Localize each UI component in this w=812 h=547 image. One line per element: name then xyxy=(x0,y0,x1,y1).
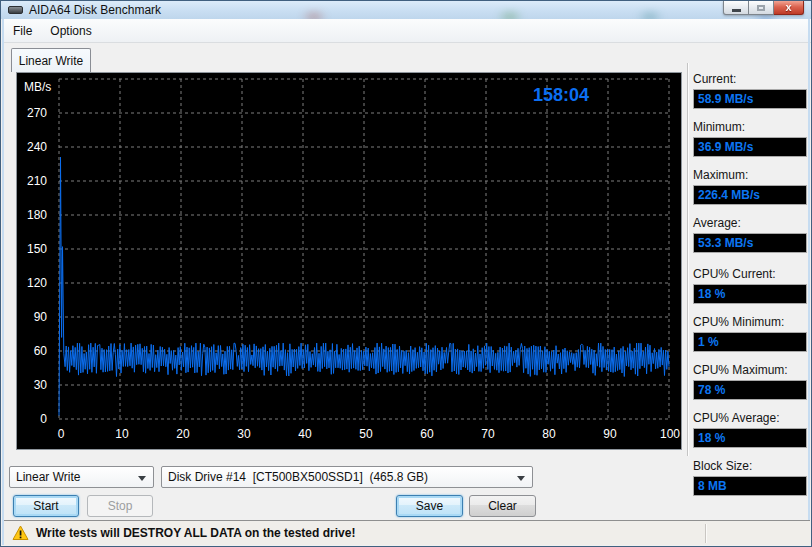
stat-label: Block Size: xyxy=(693,459,807,473)
y-tick-label: 90 xyxy=(34,310,48,324)
stat-value: 18 % xyxy=(693,284,807,304)
stat-field: Block Size:8 MB xyxy=(693,459,807,496)
stat-value: 226.4 MB/s xyxy=(693,185,807,205)
status-bar-separator xyxy=(705,524,707,543)
menu-options[interactable]: Options xyxy=(41,21,100,41)
stat-field: Current:58.9 MB/s xyxy=(693,72,807,109)
menu-file[interactable]: File xyxy=(4,21,41,41)
stats-sidebar: Current:58.9 MB/sMinimum:36.9 MB/sMaximu… xyxy=(693,72,807,507)
drive-select-value: Disk Drive #14 [CT500BX500SSD1] (465.8 G… xyxy=(168,470,428,484)
x-tick-label: 60 xyxy=(420,427,434,441)
y-tick-label: 180 xyxy=(27,208,47,222)
close-button[interactable]: x xyxy=(774,1,804,15)
stat-label: Average: xyxy=(693,216,807,230)
app-icon xyxy=(8,6,23,14)
y-tick-label: 30 xyxy=(34,378,48,392)
x-tick-label: 20 xyxy=(176,427,190,441)
status-bar: Write tests will DESTROY ALL DATA on the… xyxy=(4,520,810,545)
save-button[interactable]: Save xyxy=(396,495,463,517)
stat-value: 53.3 MB/s xyxy=(693,233,807,253)
x-tick-label: 80 xyxy=(542,427,556,441)
x-tick-label: 10 xyxy=(115,427,129,441)
y-tick-label: 120 xyxy=(27,276,47,290)
stat-label: Minimum: xyxy=(693,120,807,134)
x-tick-label: 70 xyxy=(481,427,495,441)
stat-value: 8 MB xyxy=(693,476,807,496)
tab-linear-write[interactable]: Linear Write xyxy=(11,48,91,72)
window-edge xyxy=(2,19,4,545)
x-tick-label: 50 xyxy=(359,427,373,441)
menu-bar: File Options xyxy=(2,19,812,43)
stat-label: CPU% Minimum: xyxy=(693,315,807,329)
start-button[interactable]: Start xyxy=(13,495,79,517)
stat-label: CPU% Maximum: xyxy=(693,363,807,377)
panel-divider xyxy=(687,63,689,456)
benchmark-chart-panel: MB/s270240210180150120906030001020304050… xyxy=(16,72,682,450)
stat-field: Minimum:36.9 MB/s xyxy=(693,120,807,157)
status-warning-text: Write tests will DESTROY ALL DATA on the… xyxy=(36,526,355,540)
window-controls: x xyxy=(723,1,804,15)
benchmark-chart: MB/s270240210180150120906030001020304050… xyxy=(17,73,681,449)
stat-label: Maximum: xyxy=(693,168,807,182)
clear-button[interactable]: Clear xyxy=(469,495,536,517)
stat-field: CPU% Minimum:1 % xyxy=(693,315,807,352)
y-tick-label: 210 xyxy=(27,174,47,188)
stop-button[interactable]: Stop xyxy=(87,495,153,517)
stat-value: 18 % xyxy=(693,428,807,448)
chevron-down-icon xyxy=(517,476,525,481)
maximize-icon xyxy=(757,5,765,11)
title-bar[interactable]: AIDA64 Disk Benchmark x xyxy=(1,1,811,19)
test-type-value: Linear Write xyxy=(16,470,80,484)
stat-value: 78 % xyxy=(693,380,807,400)
x-tick-label: 0 xyxy=(58,427,65,441)
stat-field: CPU% Maximum:78 % xyxy=(693,363,807,400)
y-tick-label: 240 xyxy=(27,140,47,154)
y-tick-label: 0 xyxy=(40,412,47,426)
stat-field: Maximum:226.4 MB/s xyxy=(693,168,807,205)
stat-value: 58.9 MB/s xyxy=(693,89,807,109)
minimize-button[interactable] xyxy=(723,1,749,15)
x-tick-label: 30 xyxy=(237,427,251,441)
elapsed-time: 158:04 xyxy=(533,85,589,105)
close-icon: x xyxy=(785,2,791,13)
y-axis-unit-label: MB/s xyxy=(24,80,51,94)
warning-icon xyxy=(12,525,29,541)
x-tick-label: 90 xyxy=(603,427,617,441)
test-type-select[interactable]: Linear Write xyxy=(9,466,154,488)
y-tick-label: 150 xyxy=(27,242,47,256)
y-tick-label: 60 xyxy=(34,344,48,358)
stat-field: CPU% Average:18 % xyxy=(693,411,807,448)
stat-label: CPU% Average: xyxy=(693,411,807,425)
x-tick-label: 40 xyxy=(298,427,312,441)
minimize-icon xyxy=(732,9,741,12)
window-edge xyxy=(808,19,810,545)
stat-label: CPU% Current: xyxy=(693,267,807,281)
chevron-down-icon xyxy=(138,476,146,481)
stat-label: Current: xyxy=(693,72,807,86)
app-window: AIDA64 Disk Benchmark x File Options Lin… xyxy=(0,0,812,547)
drive-select[interactable]: Disk Drive #14 [CT500BX500SSD1] (465.8 G… xyxy=(161,466,533,488)
stat-value: 36.9 MB/s xyxy=(693,137,807,157)
stat-field: CPU% Current:18 % xyxy=(693,267,807,304)
stat-value: 1 % xyxy=(693,332,807,352)
y-tick-label: 270 xyxy=(27,106,47,120)
window-title: AIDA64 Disk Benchmark xyxy=(29,3,161,17)
maximize-button[interactable] xyxy=(749,1,774,15)
stat-field: Average:53.3 MB/s xyxy=(693,216,807,253)
x-tick-label: 100 % xyxy=(660,427,681,441)
